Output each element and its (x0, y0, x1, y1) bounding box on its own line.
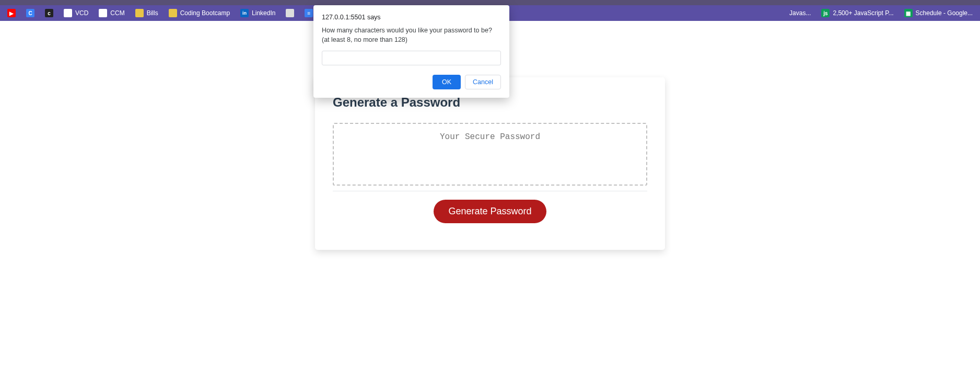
square-icon: c (45, 9, 53, 17)
linkedin-icon: in (240, 9, 249, 17)
bookmark-dark[interactable]: c (41, 7, 57, 19)
youtube-icon: ▶ (7, 9, 16, 17)
sheets-icon: ▦ (904, 9, 913, 17)
generate-button[interactable]: Generate Password (434, 200, 546, 223)
bookmark-ccm[interactable]: M CCM (95, 7, 129, 19)
bookmark-blank[interactable] (282, 7, 298, 19)
gmail-icon: M (64, 9, 72, 17)
password-card: Generate a Password Generate Password (315, 77, 665, 250)
bookmark-label: LinkedIn (252, 9, 275, 17)
bookmark-js-2500[interactable]: js 2,500+ JavaScript P... (817, 7, 897, 19)
bookmark-label: 2,500+ JavaScript P... (833, 9, 893, 17)
bookmark-schedule[interactable]: ▦ Schedule - Google... (900, 7, 977, 19)
folder-icon (135, 9, 144, 17)
prompt-input[interactable] (322, 51, 501, 65)
prompt-origin: 127.0.0.1:5501 says (322, 14, 501, 21)
divider (333, 191, 647, 191)
bookmark-label: Schedule - Google... (916, 9, 973, 17)
bookmark-javas[interactable]: Javas... (785, 7, 815, 19)
prompt-dialog: 127.0.0.1:5501 says How many characters … (313, 5, 509, 98)
bookmark-label: Bills (147, 9, 158, 17)
browser-tabstrip (0, 0, 980, 5)
bookmark-label: Coding Bootcamp (180, 9, 230, 17)
password-output[interactable] (333, 123, 647, 186)
bookmark-linkedin[interactable]: in LinkedIn (236, 7, 279, 19)
generic-icon (286, 9, 294, 17)
bookmark-coursera[interactable]: C (22, 7, 39, 19)
bookmark-label: VCD (75, 9, 88, 17)
bookmark-label: Javas... (789, 9, 811, 17)
prompt-message: How many characters would you like your … (322, 26, 501, 44)
bookmark-label: CCM (110, 9, 124, 17)
bookmark-bills[interactable]: Bills (131, 7, 162, 19)
cancel-button[interactable]: Cancel (465, 75, 501, 89)
gmail-icon: M (99, 9, 107, 17)
coursera-icon: C (26, 9, 34, 17)
bookmark-youtube[interactable]: ▶ (3, 7, 20, 19)
folder-icon (169, 9, 177, 17)
bookmark-coding-bootcamp[interactable]: Coding Bootcamp (165, 7, 234, 19)
ok-button[interactable]: OK (433, 75, 461, 89)
docs-icon: ≡ (305, 9, 313, 17)
js-icon: js (821, 9, 830, 17)
bookmark-vcd[interactable]: M VCD (60, 7, 92, 19)
